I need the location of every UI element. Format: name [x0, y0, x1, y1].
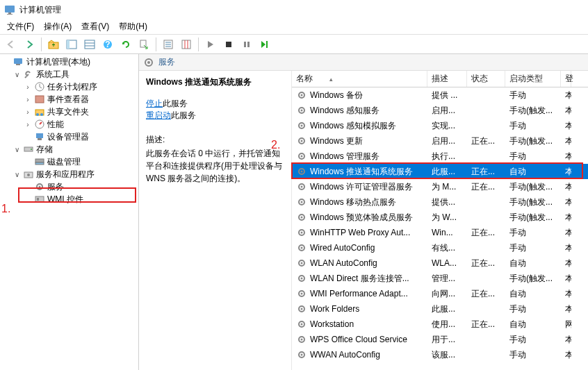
tree-services-apps[interactable]: ∨服务和应用程序 — [0, 168, 138, 180]
tree-wmi[interactable]: WMI 控件 — [0, 193, 138, 205]
svg-rect-22 — [266, 41, 268, 48]
svg-rect-35 — [35, 159, 44, 162]
service-logon: 本 — [561, 105, 571, 117]
service-row[interactable]: Windows 感知模拟服务实现...手动本 — [292, 118, 588, 133]
tree-event-viewer[interactable]: ›事件查看器 — [0, 93, 138, 106]
service-row[interactable]: WLAN Direct 服务连接管...管理...手动(触发...本 — [292, 271, 588, 286]
service-name: WLAN Direct 服务连接管... — [310, 273, 409, 285]
service-row[interactable]: Windows 感知服务启用...手动(触发...本 — [292, 103, 588, 118]
service-startup: 手动(触发... — [505, 135, 561, 147]
services-list[interactable]: 名称▴ 描述 状态 启动类型 登 Windows 备份提供 ...手动本Wind… — [292, 71, 588, 370]
service-logon: 本 — [561, 212, 571, 224]
service-row[interactable]: WLAN AutoConfigWLA...正在...自动本 — [292, 255, 588, 271]
col-status[interactable]: 状态 — [467, 71, 505, 87]
svg-point-76 — [301, 323, 303, 326]
service-row[interactable]: Windows 预览体验成员服务为 W...手动(触发...本 — [292, 210, 588, 225]
gear-icon — [143, 57, 154, 68]
menu-view[interactable]: 查看(V) — [77, 19, 113, 34]
service-startup: 手动 — [505, 90, 561, 101]
view-button[interactable] — [81, 36, 98, 53]
service-logon: 本 — [561, 181, 571, 193]
menu-action[interactable]: 操作(A) — [40, 19, 76, 34]
service-name: WLAN AutoConfig — [310, 258, 377, 268]
service-name: Windows 感知服务 — [310, 105, 379, 117]
service-row[interactable]: WWAN AutoConfig该服...手动本 — [292, 347, 588, 362]
service-row[interactable]: Windows 推送通知系统服务此服...正在...自动本 — [292, 164, 588, 179]
show-hide-button[interactable] — [63, 36, 80, 53]
col-logon[interactable]: 登 — [561, 71, 571, 87]
menu-help[interactable]: 帮助(H) — [115, 19, 152, 34]
stop-service-link[interactable]: 停止 — [146, 99, 163, 108]
navigation-tree[interactable]: 计算机管理(本地) ∨ 系统工具 ›任务计划程序 ›事件查看器 ›共享文件夹 ›… — [0, 54, 139, 370]
list-header[interactable]: 名称▴ 描述 状态 启动类型 登 — [292, 71, 588, 87]
service-row[interactable]: Windows 管理服务执行...手动本 — [292, 149, 588, 164]
service-desc: 启用... — [427, 135, 467, 147]
service-startup: 自动 — [505, 288, 561, 300]
restart-service-button[interactable] — [256, 36, 273, 53]
tree-storage[interactable]: ∨存储 — [0, 143, 138, 155]
service-row[interactable]: Windows 备份提供 ...手动本 — [292, 87, 588, 103]
service-row[interactable]: Work Folders此服...手动本 — [292, 301, 588, 317]
start-service-button[interactable] — [202, 36, 219, 53]
service-name: Windows 更新 — [310, 135, 363, 147]
tree-task-scheduler[interactable]: ›任务计划程序 — [0, 81, 138, 93]
properties-button[interactable] — [160, 36, 177, 53]
svg-point-56 — [301, 171, 303, 173]
up-level-button[interactable] — [45, 36, 62, 53]
service-row[interactable]: WMI Performance Adapt...向网...正在...自动本 — [292, 286, 588, 301]
tree-services[interactable]: 服务 — [0, 180, 138, 193]
service-row[interactable]: Wired AutoConfig有线...手动本 — [292, 240, 588, 255]
columns-button[interactable] — [178, 36, 195, 53]
gear-icon — [296, 303, 307, 314]
pause-service-button[interactable] — [238, 36, 255, 53]
svg-rect-21 — [247, 42, 250, 47]
service-desc: Win... — [427, 228, 467, 237]
service-desc: 提供 ... — [427, 90, 467, 101]
service-row[interactable]: Workstation使用...正在...自动网 — [292, 317, 588, 332]
refresh-button[interactable] — [117, 36, 134, 53]
tree-device-manager[interactable]: 设备管理器 — [0, 131, 138, 143]
service-desc: 为 M... — [427, 181, 467, 193]
tree-system-tools[interactable]: ∨ 系统工具 — [0, 68, 138, 81]
col-startup[interactable]: 启动类型 — [505, 71, 561, 87]
forward-button[interactable] — [21, 36, 38, 53]
tree-disk-management[interactable]: 磁盘管理 — [0, 155, 138, 168]
service-startup: 自动 — [505, 319, 561, 330]
svg-point-62 — [301, 217, 303, 219]
storage-icon — [23, 144, 34, 155]
gear-icon — [296, 120, 307, 131]
tree-shared-folders[interactable]: ›共享文件夹 — [0, 106, 138, 118]
menu-file[interactable]: 文件(F) — [3, 19, 38, 34]
service-name: Wired AutoConfig — [310, 243, 375, 253]
service-status: 正在... — [467, 166, 505, 178]
col-name[interactable]: 名称▴ — [292, 71, 427, 87]
service-row[interactable]: Windows 许可证管理器服务为 M...正在...手动(触发...本 — [292, 179, 588, 194]
service-row[interactable]: Windows 更新启用...正在...手动(触发...本 — [292, 133, 588, 149]
svg-rect-41 — [35, 196, 44, 202]
service-logon: 本 — [561, 90, 571, 101]
back-button[interactable] — [3, 36, 19, 53]
services-pane: 服务 Windows 推送通知系统服务 停止此服务 重启动此服务 描述: 此服务… — [139, 54, 588, 370]
service-name: WPS Office Cloud Service — [310, 335, 407, 344]
service-name: WWAN AutoConfig — [310, 350, 380, 360]
gear-icon — [296, 196, 307, 208]
tree-performance[interactable]: ›性能 — [0, 118, 138, 131]
stop-service-button[interactable] — [220, 36, 237, 53]
svg-point-40 — [39, 186, 41, 188]
gear-icon — [296, 273, 307, 284]
main-area: 计算机管理(本地) ∨ 系统工具 ›任务计划程序 ›事件查看器 ›共享文件夹 ›… — [0, 54, 588, 370]
selected-service-name: Windows 推送通知系统服务 — [146, 76, 284, 88]
service-logon: 本 — [561, 288, 571, 300]
tree-root[interactable]: 计算机管理(本地) — [0, 56, 138, 68]
service-row[interactable]: Windows 移动热点服务提供...手动(触发...本 — [292, 194, 588, 210]
service-desc: WLA... — [427, 258, 467, 268]
svg-rect-1 — [8, 12, 11, 14]
svg-point-74 — [301, 308, 303, 310]
help-button[interactable]: ? — [99, 36, 116, 53]
service-row[interactable]: WinHTTP Web Proxy Aut...Win...正在...手动本 — [292, 225, 588, 240]
svg-point-64 — [301, 232, 303, 234]
service-row[interactable]: WPS Office Cloud Service用于...手动本 — [292, 332, 588, 347]
restart-service-link[interactable]: 重启动 — [146, 110, 171, 120]
export-button[interactable] — [136, 36, 152, 53]
col-desc[interactable]: 描述 — [427, 71, 467, 87]
